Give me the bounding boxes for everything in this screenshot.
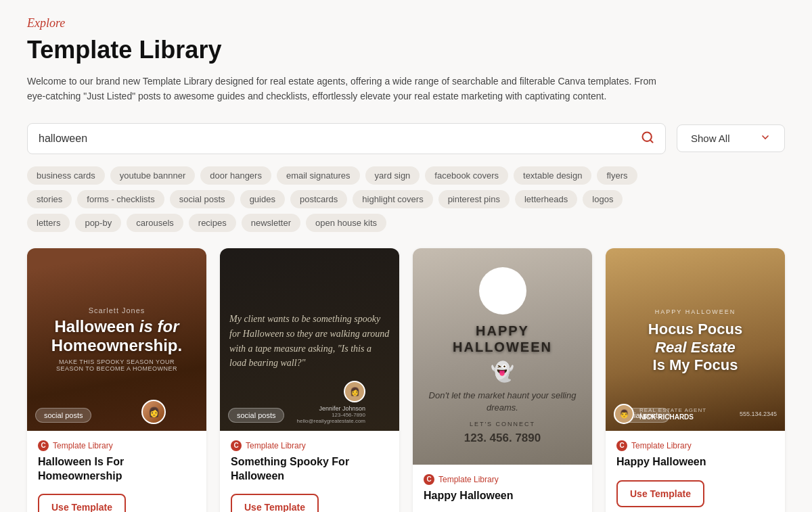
card-2-body: C Template Library Something Spooky For … <box>220 431 399 512</box>
page-title: Template Library <box>27 36 785 64</box>
tag-pop-by[interactable]: pop-by <box>75 214 121 232</box>
card-2-use-template-button[interactable]: Use Template <box>231 494 319 512</box>
card-1-source: C Template Library <box>38 440 196 451</box>
card-3-body: C Template Library Happy Halloween <box>413 465 592 512</box>
tag-postcards[interactable]: postcards <box>290 190 347 208</box>
ghost-icon: 👻 <box>413 360 592 383</box>
card-2-agent-name: Jennifer Johnson <box>319 405 365 412</box>
canva-icon-3: C <box>424 474 434 485</box>
search-row: Show All <box>27 123 785 154</box>
card-2-email: hello@reallygreatestate.com <box>296 418 365 424</box>
main-page: Explore Template Library Welcome to our … <box>0 0 812 512</box>
card-2-title: Something Spooky For Halloween <box>231 455 388 484</box>
card-3-source-label: Template Library <box>438 475 499 484</box>
card-1-badge: social posts <box>35 408 91 423</box>
card-3-phone: 123. 456. 7890 <box>413 432 592 445</box>
tag-email-signatures[interactable]: email signatures <box>277 166 360 185</box>
tag-newsletter[interactable]: newsletter <box>242 214 300 232</box>
card-3-haunt: Don't let the market haunt your selling … <box>413 390 592 414</box>
card-4-agent-info: REAL ESTATE AGENT NICK RICHARDS <box>639 407 706 421</box>
card-4-source-label: Template Library <box>631 441 692 450</box>
card-3-circle <box>479 267 526 315</box>
card-1-use-template-button[interactable]: Use Template <box>38 494 126 512</box>
card-4-body: C Template Library Happy Halloween Use T… <box>606 431 785 512</box>
tag-youtube-bannner[interactable]: youtube bannner <box>110 166 196 185</box>
card-4-overlay: HAPPY HALLOWEEN Hocus PocusReal EstateIs… <box>648 304 742 374</box>
canva-icon-4: C <box>616 440 627 451</box>
search-input[interactable] <box>39 133 634 145</box>
card-1-subtext: MAKE THIS SPOOKY SEASON YOURSEASON TO BE… <box>51 358 182 372</box>
card-1-avatar: 👩 <box>141 400 166 424</box>
card-3-connect: LET'S CONNECT <box>413 421 592 427</box>
card-2-avatar: 👩 <box>344 381 365 402</box>
card-1-source-label: Template Library <box>53 441 113 450</box>
chevron-down-icon <box>760 132 771 145</box>
card-4-title: Happy Halloween <box>616 455 774 469</box>
search-icon <box>641 131 654 147</box>
template-card-1: Scarlett Jones Halloween is forHomeowner… <box>27 248 206 512</box>
tag-letters[interactable]: letters <box>27 214 70 232</box>
tag-pinterest-pins[interactable]: pinterest pins <box>438 190 510 208</box>
card-2-phone: 123-456-7890 <box>332 412 365 418</box>
card-image-1: Scarlett Jones Halloween is forHomeowner… <box>27 248 206 431</box>
show-all-button[interactable]: Show All <box>677 124 785 152</box>
card-1-title: Halloween Is For Homeownership <box>38 455 196 484</box>
card-image-2: My client wants to be something spooky f… <box>220 248 399 431</box>
card-4-phone: 555.134.2345 <box>740 411 777 417</box>
cards-grid: Scarlett Jones Halloween is forHomeowner… <box>27 248 785 512</box>
tag-facebook-covers[interactable]: facebook covers <box>425 166 508 185</box>
card-1-body: C Template Library Halloween Is For Home… <box>27 431 206 512</box>
canva-icon-1: C <box>38 440 49 451</box>
canva-icon-2: C <box>231 440 242 451</box>
tag-flyers[interactable]: flyers <box>597 166 637 185</box>
tag-social-posts[interactable]: social posts <box>170 190 235 208</box>
tags-row-3: letterspop-bycarouselsrecipesnewslettero… <box>27 214 785 232</box>
tag-forms---checklists[interactable]: forms - checklists <box>77 190 164 208</box>
card-3-overlay: HAPPYHALLOWEEN 👻 Don't let the market ha… <box>413 267 592 445</box>
card-3-source: C Template Library <box>424 474 581 485</box>
card-4-agent-name: NICK RICHARDS <box>639 413 706 421</box>
svg-line-1 <box>650 140 653 143</box>
tag-guides[interactable]: guides <box>240 190 285 208</box>
card-4-agent-bar: 👨 REAL ESTATE AGENT NICK RICHARDS 555.13… <box>614 404 777 424</box>
page-description: Welcome to our brand new Template Librar… <box>27 74 670 104</box>
tags-section: business cardsyoutube bannnerdoor hanger… <box>27 166 785 232</box>
search-box <box>27 123 666 154</box>
card-3-happy: HAPPYHALLOWEEN <box>413 323 592 355</box>
card-1-overlay: Scarlett Jones Halloween is forHomeowner… <box>51 306 182 372</box>
card-2-agent-info: 👩 Jennifer Johnson 123-456-7890 hello@re… <box>296 381 365 424</box>
tag-textable-design[interactable]: textable design <box>514 166 591 185</box>
template-card-3: HAPPYHALLOWEEN 👻 Don't let the market ha… <box>413 248 592 512</box>
tag-open-house-kits[interactable]: open house kits <box>306 214 386 232</box>
card-3-title: Happy Halloween <box>424 489 581 503</box>
card-2-text: My client wants to be something spooky f… <box>229 312 390 371</box>
tag-yard-sign[interactable]: yard sign <box>365 166 420 185</box>
card-2-overlay: My client wants to be something spooky f… <box>220 308 399 371</box>
template-card-2: My client wants to be something spooky f… <box>220 248 399 512</box>
card-2-badge: social posts <box>228 408 284 423</box>
tag-stories[interactable]: stories <box>27 190 72 208</box>
show-all-label: Show All <box>691 133 730 144</box>
tags-row-2: storiesforms - checklistssocial postsgui… <box>27 190 785 208</box>
card-image-4: HAPPY HALLOWEEN Hocus PocusReal EstateIs… <box>606 248 785 431</box>
tag-door-hangers[interactable]: door hangers <box>200 166 271 185</box>
card-4-agent-role: REAL ESTATE AGENT <box>639 407 706 413</box>
explore-label: Explore <box>27 16 785 30</box>
tag-highlight-covers[interactable]: highlight covers <box>353 190 432 208</box>
tags-row-1: business cardsyoutube bannnerdoor hanger… <box>27 166 785 185</box>
card-1-headline: Halloween is forHomeownership. <box>51 317 182 354</box>
tag-carousels[interactable]: carousels <box>127 214 183 232</box>
card-2-source: C Template Library <box>231 440 388 451</box>
tag-letterheads[interactable]: letterheads <box>515 190 577 208</box>
tag-logos[interactable]: logos <box>583 190 623 208</box>
tag-business-cards[interactable]: business cards <box>27 166 105 185</box>
card-1-agent-top: Scarlett Jones <box>51 306 182 315</box>
card-4-source: C Template Library <box>616 440 774 451</box>
tag-recipes[interactable]: recipes <box>189 214 236 232</box>
card-image-3: HAPPYHALLOWEEN 👻 Don't let the market ha… <box>413 248 592 465</box>
card-2-source-label: Template Library <box>246 441 306 450</box>
template-card-4: HAPPY HALLOWEEN Hocus PocusReal EstateIs… <box>606 248 785 512</box>
card-4-avatar: 👨 <box>614 404 634 424</box>
card-4-headline: Hocus PocusReal EstateIs My Focus <box>648 321 742 374</box>
card-4-use-template-button[interactable]: Use Template <box>616 480 704 507</box>
